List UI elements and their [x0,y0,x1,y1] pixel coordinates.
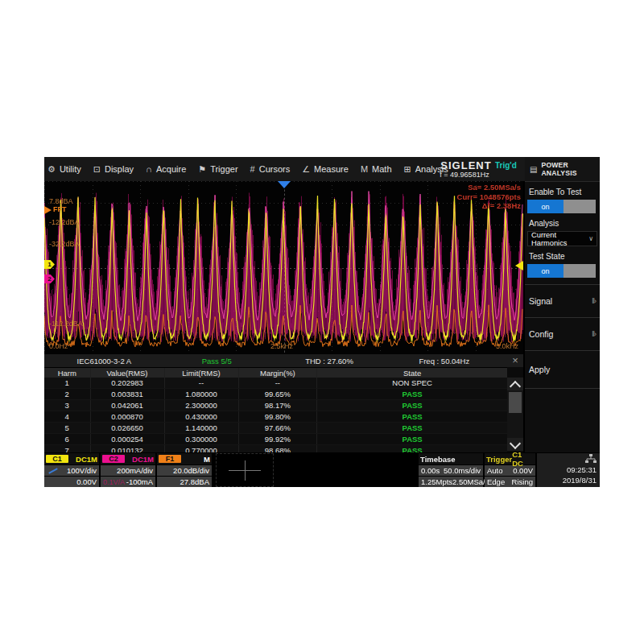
c1-scale: 100V/div [67,466,97,475]
db-scale-label: -112.2dBA [49,320,83,328]
trigger-type: Edge [487,477,505,486]
power-analysis-panel: ▤ POWER ANALYSIS Enable To Test on Analy… [525,157,600,452]
table-body: 10.202983----NON SPEC20.0038311.08000099… [44,378,507,451]
test-state-toggle[interactable]: on [527,264,597,278]
enable-to-test-label: Enable To Test [529,188,600,196]
test-state-toggle-off[interactable] [564,264,596,278]
submenu-arrow-icon: ‖› [592,297,596,305]
scroll-down-icon[interactable] [507,438,523,451]
c1-coupling: DC1M [76,455,97,464]
menu-item-acquire[interactable]: ∩Acquire [146,164,186,174]
trigger-level-marker[interactable] [515,261,523,270]
analysis-dropdown[interactable]: Current Harmonics ∨ [527,231,597,246]
timebase-rate: 2.50MSa/s [452,477,489,486]
c1-badge: C1 [46,455,68,463]
table-cell: 0.202983 [91,378,165,388]
trigger-source: C1 DC [512,450,534,468]
cursors-icon: # [250,164,255,174]
f1-offset: 27.8dBA [180,477,209,486]
menu-item-label: Utility [60,164,81,174]
table-cell: -- [239,378,318,388]
sample-rate: Sa= 2.50MSa/s [457,183,521,192]
table-cell: PASS [317,389,507,399]
timebase-box[interactable]: Timebase 0.00s50.0ms/div 1.25Mpts2.50MSa… [419,453,483,487]
menu-item-trigger[interactable]: ⚑Trigger [198,164,237,175]
table-cell: 1 [44,378,91,388]
divider [525,388,600,389]
fft-marker-label: FFT [53,205,67,213]
table-row[interactable]: 50.0266501.14000097.66%PASS [44,423,507,434]
f1-type: M [204,455,210,464]
table-cell: 4 [44,411,91,422]
table-cell: PASS [317,411,507,422]
analysis-icon: ⊞ [404,164,411,175]
table-cell: 2.300000 [165,400,239,411]
delta-f: Δf= 2.38Hz [457,201,521,211]
enable-toggle-off[interactable] [564,200,596,213]
menu-item-display[interactable]: ⊡Display [93,164,134,175]
sidebar-item-signal[interactable]: Signal ‖› [525,284,600,317]
table-row[interactable]: 30.0420612.30000098.17%PASS [44,400,507,411]
waveform-display[interactable]: Sa= 2.50MSa/s Curr= 1048576pts Δf= 2.38H… [44,181,523,354]
test-state-toggle-on[interactable]: on [527,264,564,278]
table-title-row: IEC61000-3-2 A Pass 5/5 THD : 27.60% Fre… [44,354,523,367]
trigger-status: Trig'd [495,161,517,170]
freq-axis-start: 0.0Hz [49,342,68,350]
submenu-arrow-icon: ‖› [592,330,596,338]
clock-time: 09:25:31 [537,464,600,475]
sidebar-item-apply[interactable]: Apply [525,350,600,388]
scroll-up-icon[interactable] [507,378,523,390]
c2-scale: 200mA/div [117,466,153,475]
channel-box-c2[interactable]: C2 DC1M 200mA/div 0.1V/A-100mA [101,453,155,487]
menu-item-measure[interactable]: ∠Measure [302,164,349,175]
enable-toggle-on[interactable]: on [527,200,564,213]
c1-offset: 0.00V [76,477,97,486]
fft-position-marker[interactable] [44,206,52,214]
sidebar-item-config[interactable]: Config ‖› [525,317,600,350]
table-cell: 0.042061 [91,400,165,411]
test-standard: IEC61000-3-2 A [44,357,164,365]
spectrum-canvas[interactable] [44,181,523,354]
db-scale-label: -12.2dBA [49,218,80,226]
menu-item-math[interactable]: MMath [361,164,392,174]
channel-box-c1[interactable]: C1 DC1M 100V/div 0.00V [44,453,99,487]
test-result-badge: Pass 5/5 [164,357,270,365]
table-cell: 0.430000 [165,411,239,422]
table-row[interactable]: 10.202983----NON SPEC [44,378,507,389]
menu-item-cursors[interactable]: #Cursors [250,164,291,174]
table-cell: PASS [317,423,507,433]
math-box-f1[interactable]: F1 M 20.0dB/div 27.8dBA [157,453,212,487]
table-row[interactable]: 60.0002540.30000099.92%PASS [44,434,507,445]
table-cell: 0.000254 [91,434,165,444]
timebase-title: Timebase [420,455,456,464]
menu-item-utility[interactable]: ⚙Utility [47,164,81,175]
trigger-position-marker[interactable] [278,181,291,188]
panel-header: ▤ POWER ANALYSIS [525,157,600,182]
menu-item-label: Measure [314,164,349,174]
trigger-level: 0.00V [513,466,533,475]
clipboard-icon: ▤ [530,165,537,174]
table-cell: 3 [44,400,91,411]
thd-readout: THD : 27.60% [270,357,390,365]
f1-badge: F1 [159,455,181,463]
table-cell: 0.003831 [91,389,165,399]
close-icon[interactable]: × [510,354,521,367]
acquired-points: Curr= 1048576pts [457,192,521,202]
menu-item-label: Display [105,164,134,174]
enable-toggle[interactable]: on [527,200,597,213]
trigger-mode: Auto [487,466,503,475]
c2-coupling: DC1M [132,455,154,464]
table-row[interactable]: 20.0038311.08000099.65%PASS [44,389,507,400]
table-cell: 99.65% [239,389,318,399]
analysis-label: Analysis [529,219,600,228]
scrollbar-thumb[interactable] [509,392,522,413]
trigger-box[interactable]: TriggerC1 DC Auto0.00V EdgeRising [485,453,535,487]
lan-icon [585,454,597,464]
c2-badge: C2 [102,455,125,463]
crosshair-zone[interactable] [216,453,274,487]
table-scrollbar[interactable] [507,378,523,451]
table-row[interactable]: 40.0008700.43000099.80%PASS [44,411,507,423]
slope-icon [48,468,58,473]
db-scale-label: -32.2dBA [49,240,80,248]
table-cell: PASS [317,400,507,411]
